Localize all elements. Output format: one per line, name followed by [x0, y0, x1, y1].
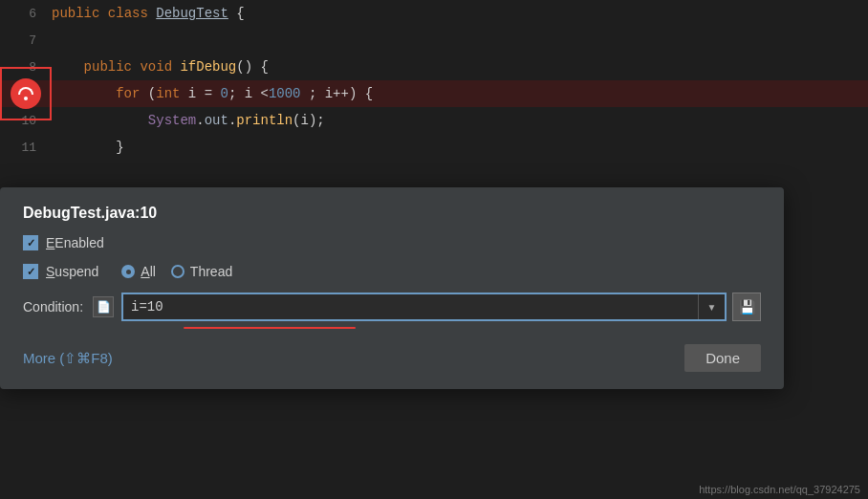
code-content-11: } — [52, 140, 124, 155]
suspend-label: Suspend — [46, 264, 98, 279]
line-num-11: 11 — [8, 141, 36, 155]
condition-info-icon[interactable]: 📄 — [93, 296, 114, 317]
condition-dropdown-button[interactable] — [698, 294, 725, 319]
condition-label: Condition: — [23, 299, 83, 315]
code-content-8: public void ifDebug() { — [52, 59, 269, 75]
attribution: https://blog.csdn.net/qq_37924275 — [699, 484, 860, 495]
done-button[interactable]: Done — [684, 344, 761, 372]
condition-input[interactable] — [123, 299, 698, 315]
suspend-checkbox[interactable] — [23, 264, 38, 279]
all-radio-wrap: All — [121, 264, 156, 279]
enabled-checkbox-wrap: EEnabled — [23, 235, 104, 250]
thread-radio[interactable] — [171, 265, 184, 278]
code-line-10: 10 System.out.println(i); — [0, 107, 868, 134]
breakpoint-marker[interactable] — [0, 67, 52, 120]
code-content-10: System.out.println(i); — [52, 113, 325, 128]
enabled-row: EEnabled — [23, 235, 761, 250]
code-line-7: 7 — [0, 27, 868, 54]
code-line-6: 6 public class DebugTest { — [0, 0, 868, 27]
panel-bottom: More (⇧⌘F8) Done — [23, 344, 761, 372]
code-content-6: public class DebugTest { — [52, 6, 245, 21]
enabled-label: EEnabled — [46, 235, 104, 250]
breakpoint-symbol — [17, 87, 34, 100]
enabled-checkbox[interactable] — [23, 235, 38, 250]
line-num-6: 6 — [8, 7, 36, 21]
all-label: All — [141, 264, 156, 279]
breakpoint-icon — [11, 78, 41, 109]
code-line-11: 11 } — [0, 134, 868, 161]
more-link[interactable]: More (⇧⌘F8) — [23, 350, 113, 367]
suspend-row: Suspend All Thread — [23, 264, 761, 279]
thread-label: Thread — [190, 264, 232, 279]
panel-title: DebugTest.java:10 — [23, 205, 761, 222]
line-num-7: 7 — [8, 33, 36, 48]
suspend-checkbox-wrap: Suspend — [23, 264, 98, 279]
code-line-8: 8 public void ifDebug() { — [0, 54, 868, 80]
breakpoint-dialog: DebugTest.java:10 EEnabled Suspend All — [0, 187, 784, 389]
condition-error-underline — [184, 327, 356, 329]
code-content-9: for (int i = 0; i <1000 ; i++) { — [52, 86, 373, 101]
code-line-9: 9 for (int i = 0; i <1000 ; i++) { — [0, 80, 868, 107]
info-icon-glyph: 📄 — [97, 300, 111, 314]
condition-input-wrap — [121, 293, 727, 321]
save-icon: 💾 — [739, 299, 755, 315]
code-editor: 6 public class DebugTest { 7 8 public vo… — [0, 0, 868, 201]
all-radio[interactable] — [121, 265, 135, 278]
condition-row: Condition: 📄 💾 — [23, 293, 761, 321]
thread-radio-wrap: Thread — [171, 264, 232, 279]
condition-save-button[interactable]: 💾 — [732, 293, 761, 321]
suspend-radio-group: All Thread — [121, 264, 232, 279]
